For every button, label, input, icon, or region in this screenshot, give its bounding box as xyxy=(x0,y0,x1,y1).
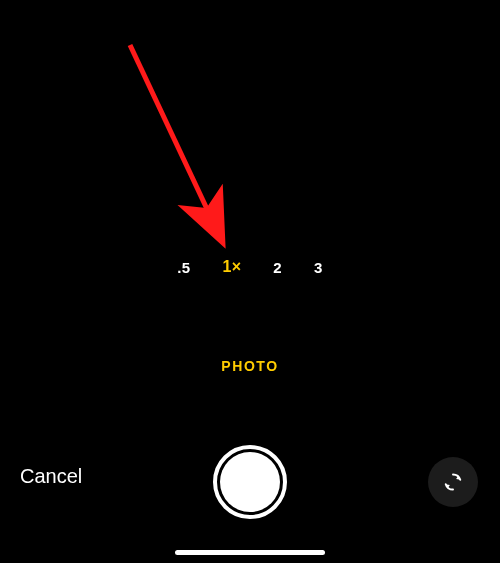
cancel-button[interactable]: Cancel xyxy=(20,465,82,488)
zoom-option-3x[interactable]: 3 xyxy=(314,259,323,276)
zoom-level-bar: .5 1× 2 3 xyxy=(0,258,500,276)
flip-camera-icon xyxy=(440,469,466,495)
home-indicator[interactable] xyxy=(175,550,325,555)
zoom-option-0-5x[interactable]: .5 xyxy=(177,259,190,276)
viewfinder-area xyxy=(0,0,500,330)
bottom-controls: Cancel xyxy=(0,393,500,563)
shutter-inner xyxy=(220,452,280,512)
zoom-option-2x[interactable]: 2 xyxy=(273,259,282,276)
shutter-button[interactable] xyxy=(213,445,287,519)
camera-screen: .5 1× 2 3 PHOTO Cancel xyxy=(0,0,500,563)
zoom-option-1x[interactable]: 1× xyxy=(222,258,241,276)
camera-mode-label: PHOTO xyxy=(0,358,500,374)
shutter-ring xyxy=(213,445,287,519)
flip-camera-button[interactable] xyxy=(428,457,478,507)
